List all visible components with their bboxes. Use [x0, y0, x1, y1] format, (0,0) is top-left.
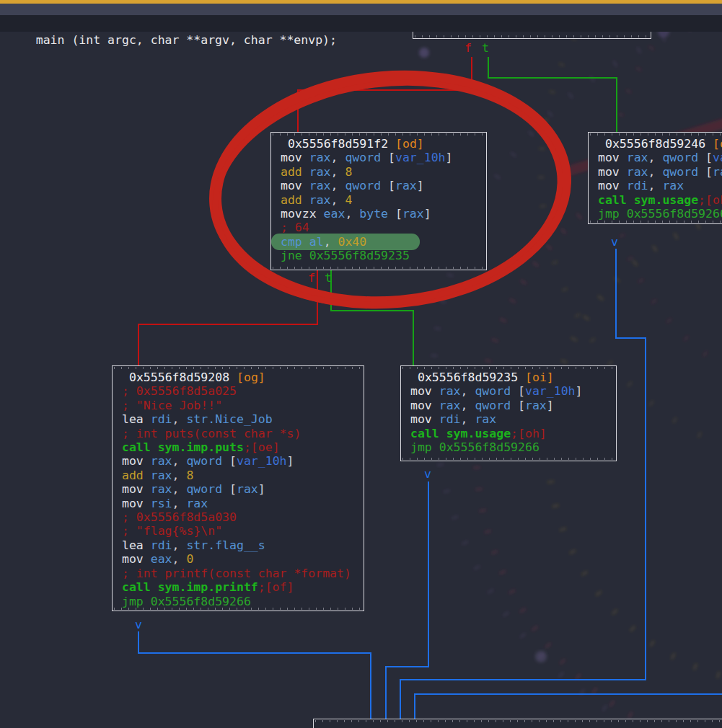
edge-59235-out — [386, 481, 428, 719]
asm-line[interactable]: ; 0x5556f8d5a025 — [113, 384, 364, 398]
asm-line[interactable]: ; int printf(const char *format) — [113, 567, 364, 580]
edge-59246-out — [400, 249, 646, 719]
asm-line[interactable]: cmp al, 0x40 — [271, 235, 486, 249]
flow-arrow-label-v: v — [135, 618, 142, 631]
flow-arrow-label-v: v — [611, 236, 618, 249]
asm-line[interactable]: ; "Nice Job!!" — [113, 399, 364, 412]
asm-line[interactable]: mov rax, qword [var_10h] — [113, 454, 364, 468]
asm-line[interactable]: movzx eax, byte [rax] — [271, 207, 486, 221]
block-59235[interactable]: 0x5556f8d59235 [oi]mov rax, qword [var_1… — [400, 365, 617, 461]
asm-line[interactable]: mov eax, 0 — [113, 552, 364, 566]
function-signature: main (int argc, char **argv, char **envp… — [29, 33, 337, 47]
asm-line[interactable]: mov rax, qword [rax] — [401, 399, 616, 412]
asm-line[interactable]: add rax, 8 — [113, 469, 364, 482]
asm-line[interactable]: mov rax, qword [var_10h] — [589, 151, 722, 164]
asm-line[interactable]: add rax, 8 — [271, 165, 486, 179]
asm-line[interactable]: jmp 0x5556f8d59266 — [589, 207, 722, 221]
edge-offscreen — [415, 694, 722, 719]
block-591f2[interactable]: 0x5556f8d591f2 [od]mov rax, qword [var_1… — [270, 132, 487, 270]
background-decor — [0, 0, 722, 728]
radare2-graph-view: 0x5556f8d591f2 [od]mov rax, qword [var_1… — [0, 0, 722, 728]
edge-591f2-true — [331, 270, 413, 366]
flow-arrow-label-t: t — [482, 42, 489, 55]
asm-line[interactable]: lea rdi, str.Nice_Job — [113, 412, 364, 426]
flow-arrow-label-v: v — [424, 468, 431, 481]
asm-line[interactable]: mov rax, qword [var_10h] — [401, 384, 616, 398]
red-marker-annotation — [0, 0, 722, 728]
asm-line[interactable]: mov rdi, rax — [401, 412, 616, 426]
edge-591f2-false — [138, 270, 317, 366]
edges-layer — [0, 0, 722, 728]
asm-line[interactable]: ; "flag{%s}\n" — [113, 524, 364, 538]
block-59246[interactable]: 0x5556f8d59246 [oj]mov rax, qword [var_1… — [588, 132, 722, 224]
edge-labels-layer: ftftvvv — [0, 0, 722, 728]
block-header[interactable]: 0x5556f8d59246 [oj] — [589, 137, 722, 151]
block-59208[interactable]: 0x5556f8d59208 [og]; 0x5556f8d5a025; "Ni… — [112, 365, 364, 611]
blocks-layer: 0x5556f8d591f2 [od]mov rax, qword [var_1… — [0, 0, 722, 728]
asm-line[interactable]: jmp 0x5556f8d59266 — [113, 595, 364, 608]
function-signature-row: main (int argc, char **argv, char **envp… — [0, 15, 722, 32]
asm-line[interactable]: mov rax, qword [rax] — [589, 165, 722, 179]
asm-line[interactable]: add rax, 4 — [271, 193, 486, 207]
edge-top-false — [298, 57, 472, 133]
asm-line[interactable]: call sym.usage;[oh] — [401, 427, 616, 440]
flow-arrow-label-t: t — [325, 272, 332, 285]
block-header[interactable]: 0x5556f8d59235 [oi] — [401, 370, 616, 384]
asm-line[interactable]: ; int puts(const char *s) — [113, 427, 364, 440]
block-59266[interactable] — [313, 719, 722, 728]
asm-line[interactable]: mov rax, qword [var_10h] — [271, 151, 486, 164]
green-highlight: cmp al, 0x40 — [271, 234, 420, 250]
edge-59208-out — [138, 631, 371, 719]
asm-line[interactable]: ; 64 — [271, 221, 486, 234]
asm-line[interactable]: mov rax, qword [rax] — [113, 482, 364, 496]
block-header[interactable]: 0x5556f8d591f2 [od] — [271, 137, 486, 151]
asm-line[interactable]: call sym.imp.printf;[of] — [113, 580, 364, 594]
edge-top-true — [488, 57, 617, 133]
asm-line[interactable]: jmp 0x5556f8d59266 — [401, 440, 616, 454]
flow-arrow-label-f: f — [465, 42, 472, 55]
asm-line[interactable]: lea rdi, str.flag__s — [113, 538, 364, 552]
block-header[interactable]: 0x5556f8d59208 [og] — [113, 370, 364, 384]
asm-line[interactable]: mov rsi, rax — [113, 497, 364, 510]
asm-line[interactable]: jne 0x5556f8d59235 — [271, 249, 486, 262]
flow-arrow-label-f: f — [308, 272, 315, 285]
asm-line[interactable]: call sym.usage;[ok] — [589, 193, 722, 207]
asm-line[interactable]: ; 0x5556f8d5a030 — [113, 510, 364, 524]
asm-line[interactable]: call sym.imp.puts;[oe] — [113, 440, 364, 454]
asm-line[interactable]: mov rdi, rax — [589, 179, 722, 192]
window-title-strip — [0, 4, 722, 15]
asm-line[interactable]: mov rax, qword [rax] — [271, 179, 486, 192]
